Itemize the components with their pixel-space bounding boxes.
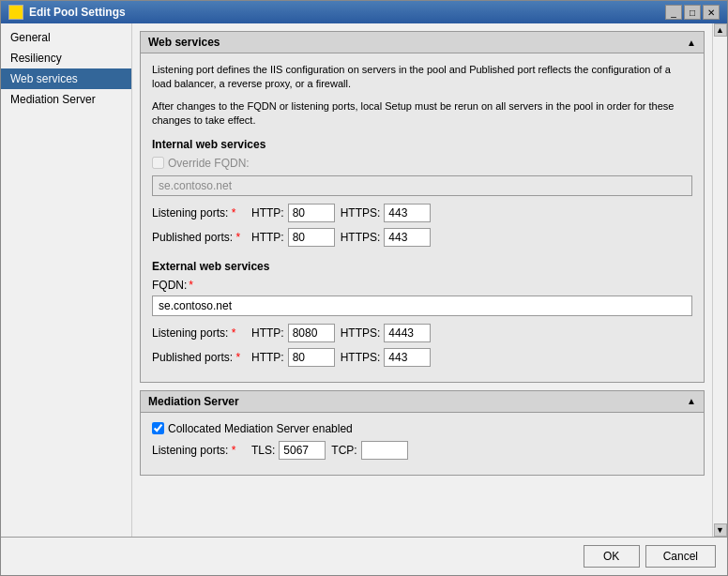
internal-published-ports-row: Published ports: * HTTP: HTTPS: [152,228,692,247]
external-listening-ports-row: Listening ports: * HTTP: HTTPS: [152,324,692,342]
internal-published-star: * [235,231,240,244]
mediation-listening-ports-row: Listening ports: * TLS: TCP: [152,441,692,460]
internal-published-https-label: HTTPS: [341,231,381,244]
external-listening-star: * [232,326,236,340]
override-fqdn-row: Override FQDN: [152,157,692,170]
external-published-ports-row: Published ports: * HTTP: HTTPS: [152,348,692,367]
internal-published-label: Published ports: * [152,231,246,244]
internal-published-https-group: HTTPS: [341,228,432,247]
mediation-tls-label: TLS: [251,444,275,457]
internal-listening-https-group: HTTPS: [341,204,432,222]
external-listening-http-input[interactable] [288,324,335,342]
internal-published-http-input[interactable] [288,228,335,247]
mediation-server-body: Collocated Mediation Server enabled List… [141,413,704,475]
internal-listening-http-group: HTTP: [251,204,335,222]
internal-listening-label: Listening ports: * [152,206,246,220]
internal-published-http-group: HTTP: [251,228,335,247]
sidebar-item-general[interactable]: General [1,27,131,48]
internal-listening-https-label: HTTPS: [341,206,381,220]
internal-listening-http-label: HTTP: [251,206,284,220]
external-published-https-label: HTTPS: [341,351,381,364]
scroll-down-button[interactable]: ▼ [714,523,727,537]
sidebar-item-mediation-server[interactable]: Mediation Server [1,89,131,110]
collocated-mediation-checkbox[interactable] [152,422,164,434]
internal-listening-http-input[interactable] [288,204,335,222]
mediation-server-title: Mediation Server [148,395,239,408]
web-services-body: Listening port defines the IIS configura… [141,53,704,382]
footer: OK Cancel [1,537,727,575]
ok-button[interactable]: OK [584,545,640,568]
external-listening-https-group: HTTPS: [341,324,432,342]
scroll-up-button[interactable]: ▲ [714,23,727,37]
external-listening-http-group: HTTP: [251,324,335,342]
mediation-server-header: Mediation Server ▲ [141,391,704,413]
external-fqdn-label: FQDN: [152,279,187,292]
web-services-section: Web services ▲ Listening port defines th… [140,31,705,383]
mediation-listening-label: Listening ports: * [152,444,246,457]
internal-published-https-input[interactable] [384,228,431,247]
external-published-https-group: HTTPS: [341,348,432,367]
maximize-button[interactable]: □ [684,5,701,20]
mediation-listening-star: * [232,444,236,457]
mediation-tcp-group: TCP: [331,441,407,460]
mediation-server-collapse-icon[interactable]: ▲ [687,396,696,406]
window-icon [8,5,23,20]
external-listening-http-label: HTTP: [251,326,284,340]
override-fqdn-label: Override FQDN: [168,157,250,170]
override-fqdn-checkbox[interactable] [152,157,164,169]
external-web-services-title: External web services [152,260,692,273]
collocated-mediation-label: Collocated Mediation Server enabled [168,422,353,435]
internal-listening-ports-row: Listening ports: * HTTP: HTTPS: [152,204,692,222]
mediation-tls-input[interactable] [279,441,326,460]
internal-listening-star: * [232,206,236,220]
mediation-tcp-input[interactable] [361,441,408,460]
external-published-http-input[interactable] [288,348,335,367]
content-area: Web services ▲ Listening port defines th… [132,23,712,537]
internal-web-services-title: Internal web services [152,138,692,151]
external-published-label: Published ports: * [152,351,246,364]
web-services-header: Web services ▲ [141,32,704,53]
external-listening-https-label: HTTPS: [341,326,381,340]
window-title: Edit Pool Settings [29,6,126,19]
collocated-mediation-row: Collocated Mediation Server enabled [152,422,692,435]
external-fqdn-label-row: FQDN: * [152,279,692,292]
sidebar-item-resiliency[interactable]: Resiliency [1,48,131,68]
minimize-button[interactable]: _ [665,5,682,20]
external-listening-https-input[interactable] [384,324,431,342]
close-button[interactable]: ✕ [703,5,720,20]
external-fqdn-star: * [189,279,193,292]
info-text-2: After changes to the FQDN or listening p… [152,99,692,129]
web-services-collapse-icon[interactable]: ▲ [687,38,696,48]
external-published-http-group: HTTP: [251,348,335,367]
title-bar: Edit Pool Settings _ □ ✕ [1,1,727,23]
external-published-https-input[interactable] [384,348,431,367]
info-text-1: Listening port defines the IIS configura… [152,63,692,92]
cancel-button[interactable]: Cancel [645,545,716,568]
external-published-star: * [235,351,240,364]
mediation-tls-group: TLS: [251,441,326,460]
external-fqdn-input[interactable] [152,296,692,316]
internal-listening-https-input[interactable] [384,204,431,222]
sidebar-item-web-services[interactable]: Web services [1,68,131,89]
web-services-title: Web services [148,36,220,49]
sidebar: General Resiliency Web services Mediatio… [1,23,132,537]
mediation-tcp-label: TCP: [331,444,356,457]
scrollbar[interactable]: ▲ ▼ [712,23,727,537]
external-published-http-label: HTTP: [251,351,284,364]
internal-published-http-label: HTTP: [251,231,284,244]
internal-fqdn-input[interactable] [152,175,692,196]
mediation-server-section: Mediation Server ▲ Collocated Mediation … [140,390,705,476]
external-listening-label: Listening ports: * [152,326,246,340]
